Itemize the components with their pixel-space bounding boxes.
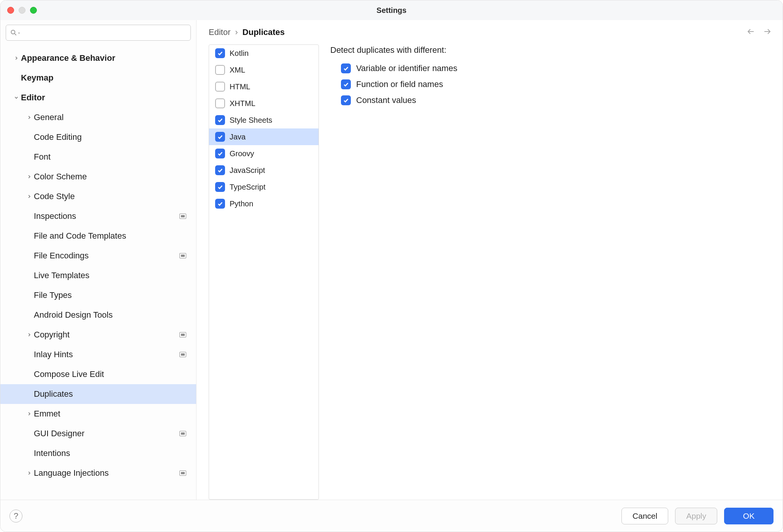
sidebar-item-inlay-hints[interactable]: Inlay Hints [0,345,196,364]
checkbox-unchecked-icon[interactable] [215,65,225,75]
breadcrumb: Editor › Duplicates [209,27,285,37]
chevron-right-icon [12,55,21,61]
breadcrumb-separator: › [235,27,238,37]
language-label: Python [230,200,253,208]
language-item-python[interactable]: Python [209,195,319,212]
project-settings-icon [179,352,186,357]
settings-tree[interactable]: Appearance & Behavior Keymap Editor Gene… [0,44,196,500]
checkbox-checked-icon[interactable] [215,199,225,209]
option-label: Constant values [356,95,416,105]
language-item-groovy[interactable]: Groovy [209,145,319,162]
sidebar-item-compose-live-edit[interactable]: Compose Live Edit [0,364,196,384]
close-window-button[interactable] [7,7,14,14]
language-label: HTML [230,82,250,91]
sidebar-item-file-code-templates[interactable]: File and Code Templates [0,226,196,246]
main-panel: Editor › Duplicates KotlinXMLHTMLXHTMLSt… [197,20,783,500]
breadcrumb-parent[interactable]: Editor [209,27,230,37]
forward-button[interactable] [763,27,772,38]
language-item-java[interactable]: Java [209,128,319,145]
back-button[interactable] [746,27,755,38]
help-button[interactable]: ? [10,510,22,522]
language-item-style_sheets[interactable]: Style Sheets [209,112,319,128]
titlebar: Settings [0,0,783,20]
sidebar-item-keymap[interactable]: Keymap [0,68,196,88]
sidebar-item-emmet[interactable]: Emmet [0,404,196,424]
option-label: Variable or identifier names [356,63,457,73]
cancel-button[interactable]: Cancel [621,508,668,524]
checkbox-checked-icon[interactable] [215,182,225,192]
language-item-kotlin[interactable]: Kotlin [209,45,319,62]
checkbox-unchecked-icon[interactable] [215,82,225,92]
language-label: Style Sheets [230,116,272,125]
language-item-javascript[interactable]: JavaScript [209,162,319,179]
option-function-names[interactable]: Function or field names [330,76,770,92]
sidebar-item-file-encodings[interactable]: File Encodings [0,246,196,266]
sidebar-item-language-injections[interactable]: Language Injections [0,463,196,483]
project-settings-icon [179,470,186,476]
language-label: XML [230,66,245,74]
checkbox-checked-icon[interactable] [341,63,351,73]
content: KotlinXMLHTMLXHTMLStyle SheetsJavaGroovy… [197,44,783,500]
sidebar-item-color-scheme[interactable]: Color Scheme [0,167,196,187]
checkbox-checked-icon[interactable] [215,48,225,58]
ok-button[interactable]: OK [724,508,773,524]
language-label: Groovy [230,149,254,158]
footer-buttons: Cancel Apply OK [621,508,773,524]
search-input[interactable] [6,25,191,41]
option-label: Function or field names [356,79,443,89]
minimize-window-button[interactable] [19,7,25,14]
sidebar-item-gui-designer[interactable]: GUI Designer [0,424,196,443]
option-constant-values[interactable]: Constant values [330,92,770,108]
sidebar-item-code-style[interactable]: Code Style [0,187,196,206]
chevron-down-icon [12,95,21,100]
chevron-right-icon [25,115,34,120]
language-item-xhtml[interactable]: XHTML [209,95,319,112]
settings-sidebar: Appearance & Behavior Keymap Editor Gene… [0,20,197,500]
chevron-right-icon [25,194,34,199]
options-column: Detect duplicates with different: Variab… [330,44,770,500]
checkbox-unchecked-icon[interactable] [215,98,225,108]
options-heading: Detect duplicates with different: [330,45,770,55]
language-label: Java [230,133,246,141]
sidebar-item-file-types[interactable]: File Types [0,285,196,305]
search-icon [10,29,17,36]
footer: ? Cancel Apply OK [0,500,783,532]
nav-arrows [746,27,772,38]
sidebar-item-code-editing[interactable]: Code Editing [0,127,196,147]
search-wrap [0,20,196,44]
language-list[interactable]: KotlinXMLHTMLXHTMLStyle SheetsJavaGroovy… [209,44,319,500]
checkbox-checked-icon[interactable] [341,95,351,105]
zoom-window-button[interactable] [30,7,37,14]
sidebar-item-duplicates[interactable]: Duplicates [0,384,196,404]
checkbox-checked-icon[interactable] [215,115,225,125]
chevron-right-icon [25,411,34,416]
body: Appearance & Behavior Keymap Editor Gene… [0,20,783,500]
language-item-html[interactable]: HTML [209,78,319,95]
sidebar-item-font[interactable]: Font [0,147,196,167]
language-item-xml[interactable]: XML [209,62,319,78]
sidebar-item-intentions[interactable]: Intentions [0,443,196,463]
breadcrumb-bar: Editor › Duplicates [197,20,783,44]
sidebar-item-appearance-behavior[interactable]: Appearance & Behavior [0,48,196,68]
option-variable-names[interactable]: Variable or identifier names [330,60,770,76]
checkbox-checked-icon[interactable] [215,165,225,175]
sidebar-item-inspections[interactable]: Inspections [0,206,196,226]
checkbox-checked-icon[interactable] [215,132,225,142]
project-settings-icon [179,332,186,337]
svg-point-0 [11,30,15,34]
language-item-typescript[interactable]: TypeScript [209,179,319,195]
checkbox-checked-icon[interactable] [215,149,225,158]
language-label: JavaScript [230,166,265,175]
apply-button[interactable]: Apply [675,508,717,524]
search-dropdown-icon[interactable] [17,28,21,37]
language-label: XHTML [230,99,255,108]
sidebar-item-editor[interactable]: Editor [0,88,196,108]
sidebar-item-general[interactable]: General [0,108,196,127]
sidebar-item-android-design-tools[interactable]: Android Design Tools [0,305,196,325]
chevron-right-icon [25,174,34,179]
chevron-right-icon [25,470,34,476]
sidebar-item-live-templates[interactable]: Live Templates [0,266,196,285]
sidebar-item-copyright[interactable]: Copyright [0,325,196,345]
svg-line-1 [15,34,16,35]
checkbox-checked-icon[interactable] [341,79,351,89]
